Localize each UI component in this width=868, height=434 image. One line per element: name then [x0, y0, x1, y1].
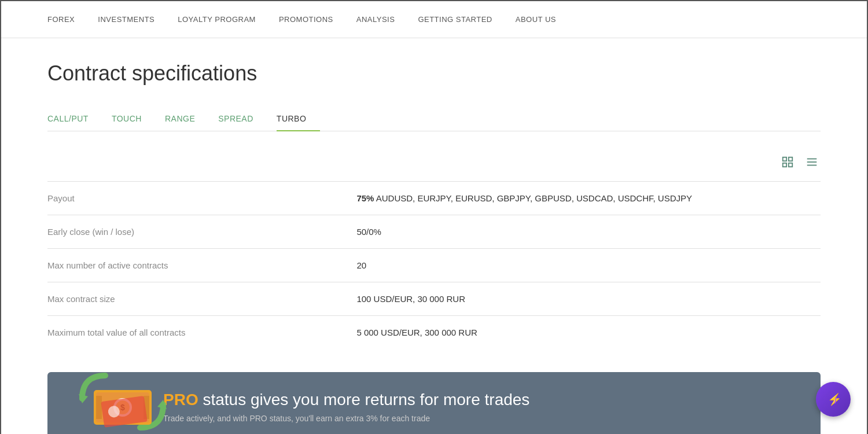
spec-label: Max number of active contracts: [47, 249, 356, 282]
table-row: Early close (win / lose)50/0%: [47, 215, 821, 249]
view-toggle-group: [47, 155, 821, 170]
table-row: Payout75% AUDUSD, EURJPY, EURUSD, GBPJPY…: [47, 182, 821, 215]
spec-value: 20: [356, 249, 821, 282]
table-row: Max number of active contracts20: [47, 249, 821, 282]
tab-spread[interactable]: SPREAD: [218, 107, 267, 131]
table-row: Maximum total value of all contracts5 00…: [47, 316, 821, 350]
spec-label: Maximum total value of all contracts: [47, 316, 356, 350]
svg-rect-2: [783, 163, 786, 167]
nav-item-analysis[interactable]: ANALYSIS: [356, 3, 395, 35]
banner-subtitle: Trade actively, and with PRO status, you…: [163, 414, 786, 423]
banner-illustration: $: [71, 364, 175, 434]
list-view-button[interactable]: [803, 155, 821, 170]
payout-percent: 75%: [356, 193, 374, 203]
banner-text: PRO status gives you more returns for mo…: [163, 391, 786, 423]
specs-table: Payout75% AUDUSD, EURJPY, EURUSD, GBPJPY…: [47, 181, 821, 349]
nav-item-investments[interactable]: INVESTMENTS: [98, 3, 155, 35]
table-row: Max contract size100 USD/EUR, 30 000 RUR: [47, 282, 821, 316]
tabs-container: CALL/PUTTOUCHRANGESPREADTURBO: [47, 106, 821, 131]
chat-icon-button[interactable]: ⚡ /: [816, 382, 851, 417]
banner-title-rest: status gives you more returns for more t…: [198, 391, 530, 409]
spec-label: Max contract size: [47, 282, 356, 316]
spec-value: 50/0%: [356, 215, 821, 249]
page-title: Contract specifications: [47, 61, 821, 86]
grid-view-button[interactable]: [779, 155, 796, 170]
svg-rect-11: [96, 396, 102, 419]
svg-rect-1: [789, 157, 792, 161]
tab-turbo[interactable]: TURBO: [277, 107, 321, 131]
spec-value: 100 USD/EUR, 30 000 RUR: [356, 282, 821, 316]
banner-title: PRO status gives you more returns for mo…: [163, 391, 786, 409]
nav-item-forex[interactable]: FOREX: [47, 3, 75, 35]
svg-rect-0: [783, 157, 786, 161]
spec-label: Early close (win / lose): [47, 215, 356, 249]
promo-banner: $ PRO status gives you more returns for …: [47, 372, 821, 434]
nav-item-loyalty-program[interactable]: LOYALTY PROGRAM: [178, 3, 256, 35]
nav-item-promotions[interactable]: PROMOTIONS: [279, 3, 333, 35]
nav-item-getting-started[interactable]: GETTING STARTED: [418, 3, 492, 35]
main-navigation: FOREXINVESTMENTSLOYALTY PROGRAMPROMOTION…: [1, 1, 867, 38]
tab-call-put[interactable]: CALL/PUT: [47, 107, 102, 131]
spec-label: Payout: [47, 182, 356, 215]
svg-rect-3: [789, 163, 792, 167]
spec-value: 75% AUDUSD, EURJPY, EURUSD, GBPJPY, GBPU…: [356, 182, 821, 215]
spec-value: 5 000 USD/EUR, 300 000 RUR: [356, 316, 821, 350]
tab-range[interactable]: RANGE: [165, 107, 209, 131]
main-content: Contract specifications CALL/PUTTOUCHRAN…: [1, 38, 867, 434]
tab-touch[interactable]: TOUCH: [112, 107, 156, 131]
nav-item-about-us[interactable]: ABOUT US: [516, 3, 556, 35]
svg-text:/: /: [834, 396, 837, 405]
